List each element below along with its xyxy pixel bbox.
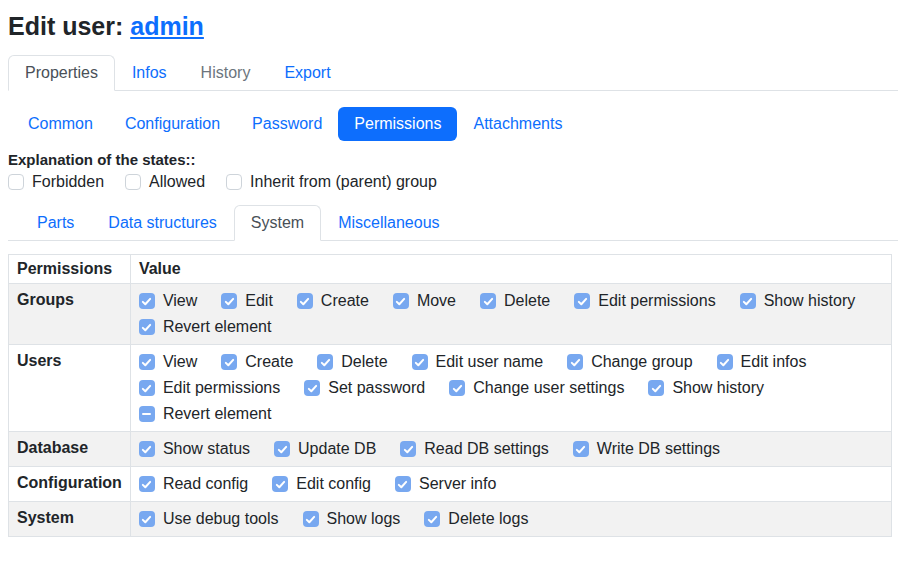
permission-users-edit-permissions[interactable]: Edit permissions (139, 379, 280, 397)
col-header-permissions: Permissions (9, 255, 131, 284)
permission-groups-show-history[interactable]: Show history (740, 292, 856, 310)
permission-users-change-group[interactable]: Change group (567, 353, 692, 371)
permission-groups-revert-element[interactable]: Revert element (139, 318, 272, 336)
checkbox-checked-icon[interactable] (395, 476, 411, 492)
permission-database-update-db[interactable]: Update DB (274, 440, 376, 458)
checkbox-checked-icon[interactable] (400, 441, 416, 457)
checkbox-checked-icon[interactable] (297, 293, 313, 309)
checkbox-checked-icon[interactable] (139, 380, 155, 396)
innertab-data-structures[interactable]: Data structures (91, 205, 233, 241)
permission-configuration-server-info[interactable]: Server info (395, 475, 496, 493)
checkbox-checked-icon[interactable] (221, 293, 237, 309)
permission-groups-create[interactable]: Create (297, 292, 369, 310)
table-row-configuration: ConfigurationRead configEdit configServe… (9, 467, 892, 502)
subtab-configuration[interactable]: Configuration (109, 107, 236, 141)
innertab-parts[interactable]: Parts (20, 205, 91, 241)
permission-users-delete[interactable]: Delete (317, 353, 387, 371)
innertab-system[interactable]: System (234, 205, 321, 241)
checkbox-checked-icon[interactable] (449, 380, 465, 396)
legend-item-label: Inherit from (parent) group (250, 173, 437, 191)
page-title: Edit user: admin (8, 12, 898, 41)
checkbox-checked-icon[interactable] (412, 354, 428, 370)
permission-groups-view[interactable]: View (139, 292, 197, 310)
checkbox-checked-icon[interactable] (573, 441, 589, 457)
permission-users-show-history[interactable]: Show history (648, 379, 764, 397)
permission-label: Delete (341, 353, 387, 371)
subtab-item: Password (236, 107, 338, 141)
checkbox-unchecked-icon[interactable] (8, 174, 24, 190)
permission-system-use-debug-tools[interactable]: Use debug tools (139, 510, 279, 528)
permission-database-write-db-settings[interactable]: Write DB settings (573, 440, 720, 458)
permission-users-edit-user-name[interactable]: Edit user name (412, 353, 544, 371)
permission-label: Set password (328, 379, 425, 397)
permission-system-show-logs[interactable]: Show logs (303, 510, 401, 528)
permission-database-read-db-settings[interactable]: Read DB settings (400, 440, 549, 458)
subtab-password[interactable]: Password (236, 107, 338, 141)
checkbox-indeterminate-icon[interactable] (139, 406, 155, 422)
permission-database-show-status[interactable]: Show status (139, 440, 250, 458)
permission-label: Edit user name (436, 353, 544, 371)
permission-label: Change group (591, 353, 692, 371)
permission-groups-delete[interactable]: Delete (480, 292, 550, 310)
checkbox-checked-icon[interactable] (740, 293, 756, 309)
checkbox-checked-icon[interactable] (139, 441, 155, 457)
checkbox-checked-icon[interactable] (304, 380, 320, 396)
user-admin-link[interactable]: admin (130, 12, 204, 40)
checkbox-checked-icon[interactable] (717, 354, 733, 370)
permission-groups-edit-permissions[interactable]: Edit permissions (574, 292, 715, 310)
tab-export[interactable]: Export (267, 55, 347, 91)
checkbox-unchecked-icon[interactable] (226, 174, 242, 190)
checkbox-checked-icon[interactable] (139, 319, 155, 335)
permission-category: Database (9, 432, 131, 467)
subtab-attachments[interactable]: Attachments (457, 107, 578, 141)
tab-history[interactable]: History (184, 55, 268, 91)
permission-label: Show status (163, 440, 250, 458)
permission-users-change-user-settings[interactable]: Change user settings (449, 379, 624, 397)
tab-infos[interactable]: Infos (115, 55, 184, 91)
checkbox-unchecked-icon[interactable] (125, 174, 141, 190)
permission-configuration-read-config[interactable]: Read config (139, 475, 248, 493)
checkbox-checked-icon[interactable] (303, 511, 319, 527)
permission-groups-edit[interactable]: Edit (221, 292, 273, 310)
checkbox-checked-icon[interactable] (139, 476, 155, 492)
checkbox-checked-icon[interactable] (274, 441, 290, 457)
permission-system-delete-logs[interactable]: Delete logs (424, 510, 528, 528)
permission-label: Edit config (296, 475, 371, 493)
subtab-item: Attachments (457, 107, 578, 141)
checkbox-checked-icon[interactable] (221, 354, 237, 370)
tab-item: Properties (8, 55, 115, 91)
permission-label: Read DB settings (424, 440, 549, 458)
permission-configuration-edit-config[interactable]: Edit config (272, 475, 371, 493)
permission-users-create[interactable]: Create (221, 353, 293, 371)
checkbox-checked-icon[interactable] (574, 293, 590, 309)
checkbox-checked-icon[interactable] (139, 293, 155, 309)
checkbox-checked-icon[interactable] (139, 354, 155, 370)
tab-properties[interactable]: Properties (8, 55, 115, 91)
checkbox-checked-icon[interactable] (480, 293, 496, 309)
permission-users-edit-infos[interactable]: Edit infos (717, 353, 807, 371)
checkbox-checked-icon[interactable] (139, 511, 155, 527)
permission-users-view[interactable]: View (139, 353, 197, 371)
permission-users-revert-element[interactable]: Revert element (139, 405, 272, 423)
states-legend: Explanation of the states:: ForbiddenAll… (8, 151, 898, 191)
permission-groups-move[interactable]: Move (393, 292, 456, 310)
permission-label: Use debug tools (163, 510, 279, 528)
checkbox-checked-icon[interactable] (272, 476, 288, 492)
innertab-item: Data structures (91, 205, 233, 241)
checkbox-checked-icon[interactable] (424, 511, 440, 527)
checkbox-checked-icon[interactable] (567, 354, 583, 370)
checkbox-checked-icon[interactable] (317, 354, 333, 370)
innertab-miscellaneous[interactable]: Miscellaneous (321, 205, 456, 241)
permission-label: Edit (245, 292, 273, 310)
permission-line: Show statusUpdate DBRead DB settingsWrit… (139, 436, 883, 462)
permission-label: Edit permissions (163, 379, 280, 397)
permission-users-set-password[interactable]: Set password (304, 379, 425, 397)
subtab-permissions[interactable]: Permissions (338, 107, 457, 141)
permission-label: Update DB (298, 440, 376, 458)
permission-label: Create (245, 353, 293, 371)
permission-label: Server info (419, 475, 496, 493)
checkbox-checked-icon[interactable] (393, 293, 409, 309)
checkbox-checked-icon[interactable] (648, 380, 664, 396)
subtab-common[interactable]: Common (12, 107, 109, 141)
subtab-item: Common (12, 107, 109, 141)
